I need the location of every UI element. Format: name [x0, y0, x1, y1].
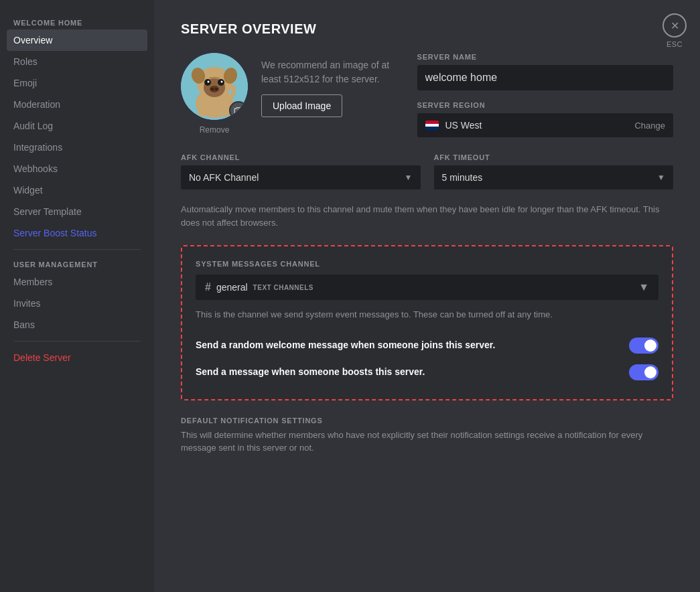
- toggle-welcome-label: Send a random welcome message when someo…: [196, 339, 616, 352]
- svg-point-9: [221, 81, 223, 83]
- toggle-welcome-switch[interactable]: [629, 338, 658, 354]
- sidebar-item-integrations[interactable]: Integrations: [7, 137, 147, 158]
- afk-section: AFK CHANNEL No AFK Channel ▼ AFK TIMEOUT…: [181, 153, 673, 190]
- sidebar-section-user-management: USER MANAGEMENT: [7, 255, 147, 271]
- sidebar-item-delete-server[interactable]: Delete Server: [7, 347, 147, 368]
- toggle-boost-row: Send a message when someone boosts this …: [196, 359, 658, 386]
- svg-point-12: [215, 88, 218, 90]
- upload-image-button[interactable]: Upload Image: [261, 94, 342, 117]
- afk-timeout-group: AFK TIMEOUT 5 minutes 1 minute 10 minute…: [434, 153, 674, 190]
- sidebar-item-server-template[interactable]: Server Template: [7, 201, 147, 222]
- page-title: SERVER OVERVIEW: [181, 21, 673, 37]
- channel-type-badge: TEXT CHANNELS: [253, 284, 313, 291]
- main-content: ✕ ESC SERVER OVERVIEW: [154, 0, 700, 592]
- server-info-column: We recommend an image of at least 512x51…: [261, 53, 404, 117]
- server-region-select[interactable]: US West Change: [417, 113, 674, 137]
- afk-timeout-select-wrapper: 5 minutes 1 minute 10 minutes 30 minutes…: [434, 165, 674, 190]
- sidebar-item-moderation[interactable]: Moderation: [7, 94, 147, 115]
- hash-icon: #: [205, 281, 211, 293]
- upload-icon-overlay[interactable]: [229, 101, 248, 120]
- esc-label: ESC: [667, 40, 683, 48]
- server-region-label: SERVER REGION: [417, 101, 674, 109]
- afk-channel-select-wrapper: No AFK Channel ▼: [181, 165, 421, 190]
- server-name-input[interactable]: [417, 65, 674, 90]
- system-channel-select[interactable]: # general TEXT CHANNELS ▼: [196, 275, 658, 300]
- svg-point-7: [208, 81, 210, 83]
- sidebar-item-members[interactable]: Members: [7, 271, 147, 293]
- system-channel-description: This is the channel we send system event…: [196, 308, 658, 321]
- sidebar-item-server-boost-status[interactable]: Server Boost Status: [7, 222, 147, 244]
- remove-link[interactable]: Remove: [200, 125, 230, 135]
- region-value: US West: [445, 120, 628, 131]
- afk-channel-label: AFK CHANNEL: [181, 153, 421, 161]
- afk-description: Automatically move members to this chann…: [181, 203, 673, 229]
- toggle-welcome-row: Send a random welcome message when someo…: [196, 332, 658, 359]
- sidebar-divider-2: [13, 341, 141, 342]
- afk-channel-select[interactable]: No AFK Channel: [181, 165, 421, 190]
- server-icon-wrapper: Remove: [181, 53, 248, 135]
- esc-button[interactable]: ✕ ESC: [662, 13, 687, 48]
- system-channel-name: general: [216, 282, 248, 293]
- system-messages-label: SYSTEM MESSAGES CHANNEL: [196, 260, 658, 268]
- server-icon-description: We recommend an image of at least 512x51…: [261, 58, 404, 86]
- server-name-label: SERVER NAME: [417, 53, 674, 61]
- server-icon: [181, 53, 248, 120]
- svg-point-13: [198, 107, 211, 117]
- toggle-boost-label: Send a message when someone boosts this …: [196, 366, 616, 379]
- sidebar-item-emoji[interactable]: Emoji: [7, 72, 147, 94]
- sidebar-item-overview[interactable]: Overview: [7, 29, 147, 51]
- sidebar-item-invites[interactable]: Invites: [7, 293, 147, 314]
- afk-channel-group: AFK CHANNEL No AFK Channel ▼: [181, 153, 421, 190]
- system-messages-box: SYSTEM MESSAGES CHANNEL # general TEXT C…: [181, 245, 673, 400]
- svg-point-11: [211, 88, 214, 90]
- close-icon[interactable]: ✕: [662, 13, 687, 38]
- server-icon-section: Remove We recommend an image of at least…: [181, 53, 673, 137]
- afk-timeout-select[interactable]: 5 minutes 1 minute 10 minutes 30 minutes…: [434, 165, 674, 190]
- channel-chevron-down-icon: ▼: [638, 281, 649, 293]
- toggle-boost-switch[interactable]: [629, 364, 658, 380]
- sidebar-item-widget[interactable]: Widget: [7, 179, 147, 201]
- default-notification-section: DEFAULT NOTIFICATION SETTINGS This will …: [181, 417, 673, 455]
- sidebar-item-roles[interactable]: Roles: [7, 51, 147, 72]
- region-change-button[interactable]: Change: [634, 121, 665, 131]
- camera-icon: [234, 106, 243, 115]
- sidebar-section-welcome: WELCOME HOME: [7, 13, 147, 29]
- sidebar-item-bans[interactable]: Bans: [7, 314, 147, 336]
- default-notification-label: DEFAULT NOTIFICATION SETTINGS: [181, 417, 673, 425]
- sidebar-item-webhooks[interactable]: Webhooks: [7, 158, 147, 179]
- afk-timeout-label: AFK TIMEOUT: [434, 153, 674, 161]
- sidebar: WELCOME HOME Overview Roles Emoji Modera…: [0, 0, 154, 592]
- sidebar-item-audit-log[interactable]: Audit Log: [7, 115, 147, 137]
- us-flag-icon: [425, 121, 439, 130]
- default-notification-description: This will determine whether members who …: [181, 429, 673, 455]
- sidebar-divider: [13, 249, 141, 250]
- server-name-region-column: SERVER NAME SERVER REGION US West Change: [417, 53, 674, 137]
